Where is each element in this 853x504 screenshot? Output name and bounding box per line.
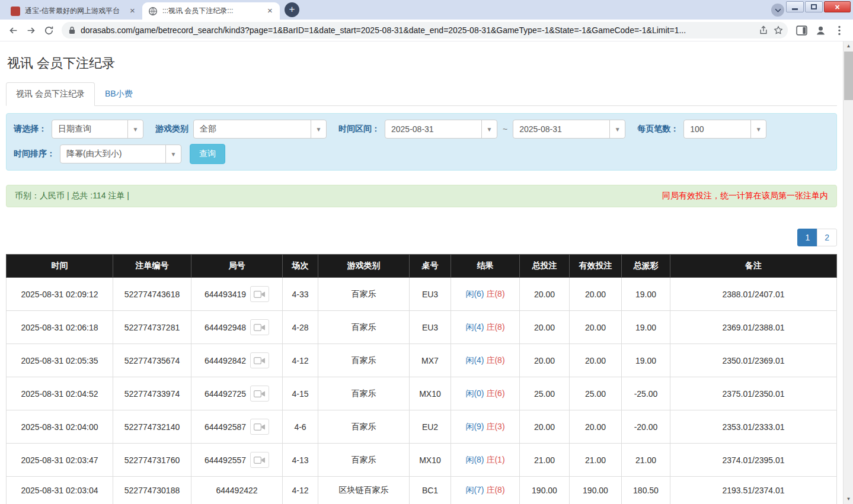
forward-icon[interactable] bbox=[23, 22, 39, 38]
share-icon[interactable] bbox=[759, 25, 768, 35]
page-scrollbar[interactable]: ▲ ▼ bbox=[843, 41, 853, 504]
sort-order-dropdown[interactable]: 降幂(由大到小) ▼ bbox=[60, 145, 181, 163]
back-icon[interactable] bbox=[5, 22, 21, 38]
chevron-down-icon[interactable]: ▼ bbox=[311, 120, 326, 138]
summary-bar: 币别：人民币 | 总共 :114 注单 | 同局有效投注，统一计算在该局第一张注… bbox=[6, 185, 837, 207]
page-title: 视讯 会员下注纪录 bbox=[7, 54, 837, 72]
new-tab-button[interactable]: + bbox=[285, 2, 299, 17]
window-maximize-button[interactable] bbox=[805, 1, 823, 12]
cell-table-no: EU3 bbox=[410, 311, 451, 344]
chevron-down-icon[interactable]: ▼ bbox=[481, 120, 497, 138]
date-end-dropdown[interactable]: 2025-08-31 ▼ bbox=[513, 120, 625, 139]
cell-note: 2388.01/2407.01 bbox=[670, 278, 837, 311]
result-player: 闲(4) bbox=[465, 355, 484, 365]
table-row: 2025-08-31 02:09:12522774743618644493419… bbox=[7, 278, 837, 311]
cell-result: 闲(8) 庄(1) bbox=[451, 444, 520, 477]
result-player: 闲(8) bbox=[465, 455, 484, 464]
address-bar[interactable]: dorasabs.com/game/betrecord_search/kind3… bbox=[62, 22, 788, 38]
date-start-dropdown[interactable]: 2025-08-31 ▼ bbox=[385, 120, 497, 139]
tab-bet-records[interactable]: 视讯 会员下注纪录 bbox=[6, 82, 95, 106]
cell-result: 闲(4) 庄(8) bbox=[451, 311, 520, 344]
video-icon[interactable] bbox=[250, 286, 269, 302]
column-header: 注单编号 bbox=[113, 255, 191, 278]
cell-game-type: 百家乐 bbox=[318, 344, 410, 377]
cell-round: 644493419 bbox=[191, 278, 283, 311]
side-panel-icon[interactable] bbox=[793, 22, 810, 38]
cell-payout: 19.00 bbox=[622, 344, 670, 377]
video-icon[interactable] bbox=[250, 352, 269, 368]
window-close-button[interactable]: × bbox=[824, 1, 851, 12]
column-header: 桌号 bbox=[410, 255, 451, 278]
bookmark-star-icon[interactable] bbox=[774, 25, 783, 35]
table-row: 2025-08-31 02:05:35522774735674644492842… bbox=[7, 344, 837, 377]
select-mode-dropdown[interactable]: 日期查询 ▼ bbox=[52, 120, 143, 139]
reload-icon[interactable] bbox=[40, 22, 57, 38]
cell-valid-bet: 190.00 bbox=[570, 477, 622, 504]
browser-tab-strip: 通宝-信誉最好的网上游戏平台 × :::视讯 会员下注纪录::: × + × bbox=[0, 0, 853, 20]
tab-search-icon[interactable] bbox=[771, 4, 784, 17]
date-range-label: 时间区间： bbox=[338, 124, 380, 134]
chevron-down-icon[interactable]: ▼ bbox=[165, 145, 181, 163]
cell-total-bet: 20.00 bbox=[520, 278, 570, 311]
column-header: 总派彩 bbox=[622, 255, 670, 278]
result-player: 闲(7) bbox=[465, 485, 484, 495]
browser-tab-home[interactable]: 通宝-信誉最好的网上游戏平台 × bbox=[5, 2, 142, 20]
cell-note: 2374.01/2395.01 bbox=[670, 444, 837, 477]
game-type-value: 全部 bbox=[194, 120, 311, 138]
table-row: 2025-08-31 02:03:47522774731760644492557… bbox=[7, 444, 837, 477]
video-icon[interactable] bbox=[250, 452, 269, 468]
cell-note: 2353.01/2333.01 bbox=[670, 410, 837, 444]
cell-table-no: EU2 bbox=[410, 410, 451, 444]
pagination-page-2[interactable]: 2 bbox=[817, 229, 837, 246]
table-row: 2025-08-31 02:04:52522774733974644492725… bbox=[7, 377, 837, 410]
per-page-dropdown[interactable]: 100 ▼ bbox=[683, 120, 766, 139]
cell-valid-bet: 20.00 bbox=[570, 344, 622, 377]
cell-game-type: 百家乐 bbox=[318, 278, 410, 311]
scrollbar-thumb[interactable] bbox=[844, 52, 853, 100]
chevron-down-icon[interactable]: ▼ bbox=[750, 120, 766, 138]
cell-total-bet: 190.00 bbox=[520, 477, 570, 504]
profile-avatar-icon[interactable] bbox=[812, 22, 829, 38]
table-row: 2025-08-31 02:03:04522774730188644492422… bbox=[7, 477, 837, 504]
cell-session: 4-12 bbox=[283, 344, 318, 377]
pagination-page-1[interactable]: 1 bbox=[797, 229, 817, 246]
cell-bet-id: 522774733974 bbox=[113, 377, 191, 410]
cell-time: 2025-08-31 02:09:12 bbox=[7, 278, 113, 311]
chevron-down-icon[interactable]: ▼ bbox=[609, 120, 625, 138]
chevron-down-icon[interactable]: ▼ bbox=[127, 120, 143, 138]
cell-valid-bet: 20.00 bbox=[570, 410, 622, 444]
tab-bb-tips[interactable]: BB小费 bbox=[95, 82, 143, 106]
scrollbar-up-arrow[interactable]: ▲ bbox=[844, 41, 853, 51]
cell-note: 2193.51/2374.01 bbox=[670, 477, 837, 504]
browser-tab-betrecord[interactable]: :::视讯 会员下注纪录::: × bbox=[142, 2, 280, 20]
video-icon[interactable] bbox=[250, 319, 269, 335]
cell-round: 644492587 bbox=[191, 410, 283, 444]
video-icon[interactable] bbox=[250, 386, 269, 402]
table-header-row: 时间注单编号局号场次游戏类别桌号结果总投注有效投注总派彩备注 bbox=[7, 255, 837, 278]
lock-icon[interactable] bbox=[69, 26, 75, 34]
sort-order-label: 时间排序： bbox=[14, 149, 55, 159]
cell-bet-id: 522774732140 bbox=[113, 410, 191, 444]
game-type-dropdown[interactable]: 全部 ▼ bbox=[193, 120, 327, 139]
result-player: 闲(9) bbox=[465, 422, 484, 431]
currency-total-summary: 币别：人民币 | 总共 :114 注单 | bbox=[15, 191, 129, 201]
round-number: 644492422 bbox=[216, 486, 257, 496]
column-header: 游戏类别 bbox=[318, 255, 410, 278]
window-minimize-button[interactable] bbox=[786, 1, 804, 12]
cell-round: 644492842 bbox=[191, 344, 283, 377]
cell-total-bet: 25.00 bbox=[520, 377, 570, 410]
column-header: 局号 bbox=[191, 255, 283, 278]
tab-close-icon[interactable]: × bbox=[265, 6, 275, 16]
site-favicon bbox=[11, 7, 20, 16]
tab-close-icon[interactable]: × bbox=[127, 6, 138, 16]
browser-menu-icon[interactable] bbox=[830, 22, 848, 38]
cell-total-bet: 20.00 bbox=[520, 410, 570, 444]
url-text[interactable]: dorasabs.com/game/betrecord_search/kind3… bbox=[81, 25, 753, 35]
video-icon[interactable] bbox=[250, 419, 269, 435]
round-number: 644492587 bbox=[205, 422, 246, 432]
search-button[interactable]: 查询 bbox=[190, 144, 225, 164]
round-number: 644492725 bbox=[205, 389, 246, 399]
result-banker: 庄(6) bbox=[486, 389, 504, 398]
scrollbar-down-arrow[interactable]: ▼ bbox=[844, 495, 853, 504]
date-end-value: 2025-08-31 bbox=[513, 120, 609, 138]
